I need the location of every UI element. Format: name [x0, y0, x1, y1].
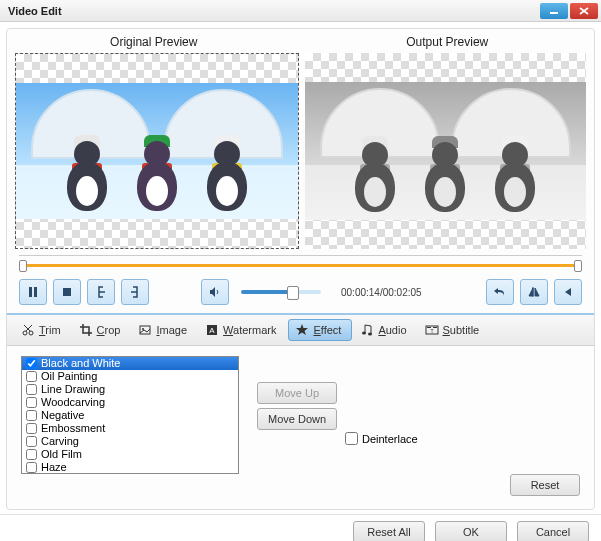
- mirror-button[interactable]: [520, 279, 548, 305]
- effect-item[interactable]: Line Drawing: [22, 383, 238, 396]
- trim-end-handle[interactable]: [574, 260, 582, 272]
- tab-watermark[interactable]: A Watermark: [199, 320, 286, 340]
- tab-effect-label: Effect: [313, 324, 341, 336]
- prev-button[interactable]: [554, 279, 582, 305]
- svg-point-11: [368, 333, 372, 336]
- window-controls: [540, 3, 601, 19]
- tab-trim[interactable]: Trim: [15, 320, 71, 340]
- cancel-button[interactable]: Cancel: [517, 521, 589, 541]
- deinterlace-checkbox[interactable]: Deinterlace: [345, 432, 418, 445]
- dialog-footer: Reset All OK Cancel: [0, 514, 601, 541]
- move-down-button[interactable]: Move Down: [257, 408, 337, 430]
- minimize-button[interactable]: [540, 3, 568, 19]
- effect-checkbox[interactable]: [26, 371, 37, 382]
- effect-checkbox[interactable]: [26, 384, 37, 395]
- svg-text:A: A: [209, 326, 215, 335]
- svg-point-10: [362, 332, 366, 335]
- image-icon: [138, 323, 152, 337]
- effect-label: Woodcarving: [41, 396, 105, 409]
- pause-icon: [27, 286, 39, 298]
- mirror-icon: [527, 286, 541, 298]
- bracket-left-icon: [95, 286, 107, 298]
- watermark-icon: A: [205, 323, 219, 337]
- tab-effect[interactable]: Effect: [288, 319, 352, 341]
- speaker-icon: [209, 286, 221, 298]
- effect-item[interactable]: Black and White: [22, 357, 238, 370]
- effect-item[interactable]: Negative: [22, 409, 238, 422]
- timeline-bar: [19, 264, 582, 267]
- undo-icon: [493, 286, 507, 298]
- output-preview-label: Output Preview: [301, 35, 595, 49]
- move-buttons: Move Up Move Down: [257, 382, 337, 430]
- pause-button[interactable]: [19, 279, 47, 305]
- effect-checkbox[interactable]: [26, 436, 37, 447]
- effect-checkbox[interactable]: [26, 397, 37, 408]
- crop-icon: [79, 323, 93, 337]
- tab-watermark-label: Watermark: [223, 324, 276, 336]
- effect-label: Black and White: [41, 357, 120, 370]
- tab-trim-label: Trim: [39, 324, 61, 336]
- stop-icon: [61, 286, 73, 298]
- effect-label: Oil Painting: [41, 370, 97, 383]
- move-up-button[interactable]: Move Up: [257, 382, 337, 404]
- tab-audio-label: Audio: [378, 324, 406, 336]
- star-icon: [295, 323, 309, 337]
- titlebar: Video Edit: [0, 0, 601, 22]
- tab-row: Trim Crop Image A Watermark Effect: [7, 315, 594, 346]
- effect-item[interactable]: Oil Painting: [22, 370, 238, 383]
- ok-button[interactable]: OK: [435, 521, 507, 541]
- svg-text:T: T: [430, 328, 433, 334]
- effect-checkbox[interactable]: [26, 449, 37, 460]
- reset-button[interactable]: Reset: [510, 474, 580, 496]
- tab-subtitle[interactable]: T Subtitle: [419, 320, 490, 340]
- svg-rect-1: [29, 287, 32, 297]
- preview-headers: Original Preview Output Preview: [7, 33, 594, 53]
- trim-start-handle[interactable]: [19, 260, 27, 272]
- scissors-icon: [21, 323, 35, 337]
- stop-button[interactable]: [53, 279, 81, 305]
- tab-image-label: Image: [156, 324, 187, 336]
- effect-checkbox[interactable]: [26, 462, 37, 473]
- output-preview[interactable]: [305, 53, 587, 249]
- effect-item[interactable]: Carving: [22, 435, 238, 448]
- trim-start-button[interactable]: [87, 279, 115, 305]
- tab-subtitle-label: Subtitle: [443, 324, 480, 336]
- music-note-icon: [360, 323, 374, 337]
- tab-image[interactable]: Image: [132, 320, 197, 340]
- effect-panel: Black and WhiteOil PaintingLine DrawingW…: [7, 346, 594, 500]
- undo-button[interactable]: [486, 279, 514, 305]
- effect-label: Negative: [41, 409, 84, 422]
- reset-all-button[interactable]: Reset All: [353, 521, 425, 541]
- effect-label: Line Drawing: [41, 383, 105, 396]
- tab-crop[interactable]: Crop: [73, 320, 131, 340]
- volume-button[interactable]: [201, 279, 229, 305]
- effect-label: Old Film: [41, 448, 82, 461]
- close-button[interactable]: [570, 3, 598, 19]
- effect-item[interactable]: Old Film: [22, 448, 238, 461]
- trim-end-button[interactable]: [121, 279, 149, 305]
- svg-point-4: [23, 331, 27, 335]
- triangle-left-icon: [562, 286, 574, 298]
- original-preview-label: Original Preview: [7, 35, 301, 49]
- effect-list[interactable]: Black and WhiteOil PaintingLine DrawingW…: [21, 356, 239, 474]
- deinterlace-label: Deinterlace: [362, 433, 418, 445]
- window-title: Video Edit: [8, 5, 540, 17]
- deinterlace-input[interactable]: [345, 432, 358, 445]
- preview-row: [7, 53, 594, 249]
- svg-point-5: [29, 331, 33, 335]
- original-preview[interactable]: [15, 53, 299, 249]
- svg-rect-14: [433, 327, 437, 328]
- timeline[interactable]: [19, 255, 582, 275]
- playback-controls: 00:00:14/00:02:05: [7, 277, 594, 315]
- volume-slider[interactable]: [241, 290, 321, 294]
- effect-checkbox[interactable]: [26, 410, 37, 421]
- effect-checkbox[interactable]: [26, 423, 37, 434]
- effect-item[interactable]: Woodcarving: [22, 396, 238, 409]
- effect-item[interactable]: Embossment: [22, 422, 238, 435]
- svg-rect-2: [34, 287, 37, 297]
- effect-checkbox[interactable]: [26, 358, 37, 369]
- subtitle-icon: T: [425, 323, 439, 337]
- tab-audio[interactable]: Audio: [354, 320, 416, 340]
- tab-crop-label: Crop: [97, 324, 121, 336]
- effect-item[interactable]: Haze: [22, 461, 238, 474]
